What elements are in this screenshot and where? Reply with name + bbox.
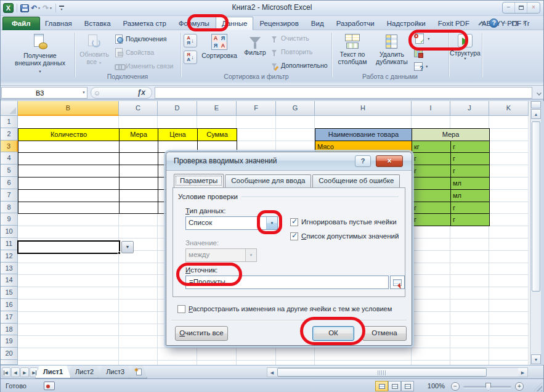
measure-cell-2[interactable]: мл — [450, 189, 490, 202]
vertical-scroll-thumb[interactable] — [532, 121, 540, 292]
formula-input[interactable] — [155, 87, 532, 99]
fill-handle[interactable] — [118, 251, 121, 255]
previous-sheet-button[interactable]: ◀ — [11, 367, 20, 377]
measure-cell-2[interactable]: мл — [450, 177, 490, 190]
cancel-button[interactable]: Отмена — [362, 326, 407, 341]
get-external-data-button[interactable]: Получение внешних данных ▼ — [13, 31, 67, 76]
table-cell-empty[interactable] — [18, 202, 120, 214]
vertical-scrollbar[interactable]: ▲ ▼ — [530, 101, 541, 365]
selected-cell-b3[interactable] — [17, 240, 120, 254]
row-header-16[interactable]: 16 — [1, 299, 18, 311]
resize-grip[interactable] — [534, 383, 542, 391]
select-all-corner[interactable] — [1, 101, 18, 116]
formula-bar-divider[interactable] — [95, 91, 99, 96]
column-header-K[interactable]: K — [489, 101, 529, 116]
tab-error-alert[interactable]: Сообщение об ошибке — [312, 174, 400, 187]
help-icon[interactable]: ? — [489, 18, 498, 28]
row-header-18[interactable]: 18 — [1, 324, 18, 335]
scroll-up-button[interactable]: ▲ — [531, 109, 541, 119]
clear-filter-button[interactable]: Очистить — [270, 35, 309, 42]
restore-window-button[interactable] — [515, 2, 527, 13]
ribbon-tab-4[interactable]: Данные — [216, 17, 254, 30]
macro-record-icon[interactable] — [44, 382, 55, 390]
table-cell-empty[interactable] — [18, 152, 120, 165]
table-cell-empty[interactable] — [119, 189, 158, 202]
in-cell-dropdown-checkbox[interactable]: ✓ Список допустимых значений — [290, 232, 399, 240]
measure-cell-1[interactable]: кг — [412, 141, 451, 153]
ribbon-tab-0[interactable]: Главная — [39, 17, 78, 30]
first-sheet-button[interactable]: ◀ — [2, 367, 10, 377]
right-table-name-header[interactable]: Наименование товара — [315, 128, 412, 141]
dialog-help-button[interactable]: ? — [355, 155, 371, 167]
measure-cell-1[interactable]: г — [412, 165, 451, 178]
row-header-5[interactable]: 5 — [1, 165, 18, 177]
row-header-19[interactable]: 19 — [1, 335, 18, 348]
tab-file[interactable]: Файл — [2, 17, 40, 30]
checkbox-checked[interactable]: ✓ — [290, 218, 298, 226]
row-header-14[interactable]: 14 — [1, 274, 18, 287]
row-header-4[interactable]: 4 — [1, 152, 18, 165]
source-input[interactable]: =Продукты — [185, 276, 389, 289]
advanced-filter-button[interactable]: Дополнительно — [270, 62, 328, 69]
close-window-button[interactable]: × — [527, 2, 540, 13]
measure-cell-1[interactable] — [412, 177, 451, 190]
measure-cell-2[interactable]: г — [450, 165, 490, 178]
left-table-header-0[interactable]: Количество — [18, 128, 120, 141]
collapse-ribbon-icon[interactable] — [479, 20, 484, 26]
row-header-17[interactable]: 17 — [1, 311, 18, 324]
sort-button[interactable]: А Я Я А Сортировка — [198, 31, 240, 60]
text-to-columns-button[interactable]: Текст по столбцам — [333, 31, 371, 66]
expand-formula-bar-icon[interactable] — [537, 91, 542, 94]
chevron-down-icon[interactable]: ▼ — [82, 91, 86, 94]
product-name-cell[interactable]: Мясо — [315, 141, 412, 153]
ok-button[interactable]: ОК — [312, 326, 354, 341]
column-header-E[interactable]: E — [197, 101, 237, 116]
next-sheet-button[interactable]: ▶ — [20, 367, 29, 377]
sheet-tab-1[interactable]: Лист2 — [67, 365, 102, 378]
ribbon-tab-3[interactable]: Формулы — [173, 17, 216, 30]
collapse-range-button[interactable] — [390, 276, 405, 289]
row-header-11[interactable]: 11 — [1, 238, 18, 250]
row-header-10[interactable]: 10 — [1, 226, 18, 238]
checkbox-checked[interactable]: ✓ — [290, 232, 298, 240]
data-type-select[interactable]: Список ▼ — [185, 216, 278, 230]
data-type-dropdown-button[interactable]: ▼ — [266, 217, 277, 229]
column-header-H[interactable]: H — [315, 101, 412, 116]
row-header-20[interactable]: 20 — [1, 348, 18, 360]
table-cell-empty[interactable] — [18, 177, 120, 190]
insert-sheet-button[interactable]: ✱ — [129, 365, 147, 378]
checkbox-unchecked[interactable] — [177, 305, 185, 313]
sheet-tab-0[interactable]: Лист1 — [35, 365, 71, 378]
ribbon-tab-5[interactable]: Рецензиров — [253, 17, 304, 30]
zoom-in-button[interactable]: + — [515, 382, 524, 391]
table-cell-empty[interactable] — [197, 141, 237, 153]
table-cell-empty[interactable] — [119, 152, 158, 165]
sort-az-button[interactable]: АЯ ↓ — [184, 34, 197, 47]
page-layout-view-button[interactable] — [388, 381, 401, 391]
insert-function-area[interactable]: ƒx — [91, 87, 152, 99]
what-if-analysis-button[interactable]: ▼ — [414, 62, 428, 71]
scroll-down-button[interactable]: ▼ — [531, 354, 541, 364]
row-header-7[interactable]: 7 — [1, 189, 18, 202]
ribbon-tab-9[interactable]: Foxit PDF — [432, 17, 476, 30]
measure-cell-2[interactable]: г — [450, 213, 490, 226]
reapply-filter-button[interactable]: Повторить — [270, 48, 312, 55]
measure-cell-1[interactable]: г — [412, 152, 451, 165]
column-header-J[interactable]: J — [450, 101, 489, 116]
ribbon-tab-8[interactable]: Надстройки — [381, 17, 432, 30]
remove-duplicates-button[interactable]: Удалить дубликаты — [373, 31, 411, 66]
minimize-workbook-button[interactable]: − — [503, 20, 507, 27]
column-header-B[interactable]: B — [18, 101, 119, 116]
dialog-close-button[interactable]: × — [376, 155, 403, 167]
sort-za-button[interactable]: ЯА ↓ — [184, 51, 197, 64]
left-table-header-1[interactable]: Мера — [119, 128, 158, 141]
zoom-out-button[interactable]: − — [451, 382, 460, 391]
table-cell-empty[interactable] — [18, 189, 120, 202]
insert-function-icon[interactable]: ƒx — [137, 88, 145, 97]
table-cell-empty[interactable] — [119, 177, 158, 190]
outline-button[interactable]: Структура ▼ — [449, 31, 481, 61]
normal-view-button[interactable] — [375, 381, 388, 391]
consolidate-button[interactable] — [414, 49, 423, 57]
table-cell-empty[interactable] — [119, 165, 158, 178]
column-header-D[interactable]: D — [158, 101, 197, 116]
